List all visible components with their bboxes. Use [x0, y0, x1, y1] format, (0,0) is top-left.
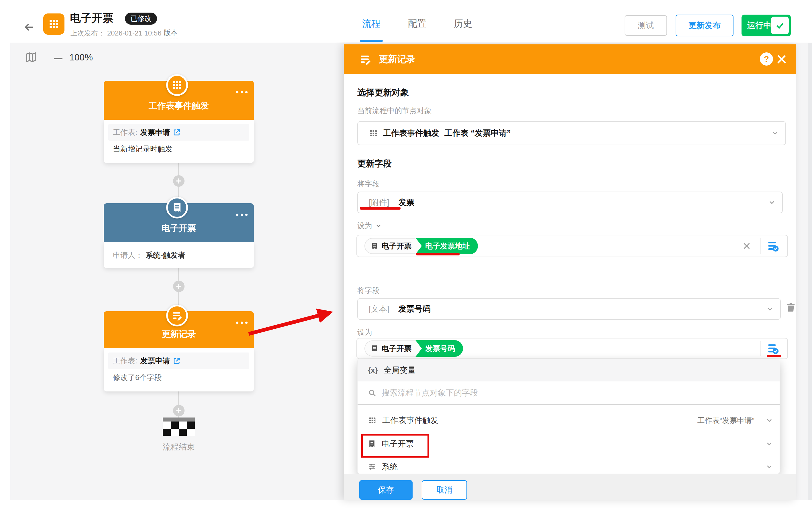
workflow-title: 电子开票 — [70, 11, 113, 26]
chevron-down-icon — [768, 199, 776, 207]
test-button[interactable]: 测试 — [625, 15, 667, 36]
set-as-label: 设为 — [357, 221, 382, 231]
update-fields-heading: 更新字段 — [357, 158, 392, 170]
external-link-icon[interactable] — [173, 128, 181, 136]
annotation-box — [361, 434, 429, 458]
annotation-arrow — [243, 295, 347, 343]
zoom-out-button[interactable] — [54, 58, 62, 59]
select-field-icon[interactable] — [767, 342, 779, 355]
annotation-underline — [416, 253, 460, 255]
field-type: [附件] — [369, 197, 389, 208]
tag-source: 电子开票 — [382, 241, 411, 251]
cancel-button[interactable]: 取消 — [422, 480, 467, 500]
add-node-button[interactable] — [173, 405, 184, 416]
field-label: 将字段 — [357, 285, 380, 296]
toggle-check-icon — [771, 17, 789, 34]
node-title: 电子开票 — [162, 222, 196, 234]
workflow-app-icon — [43, 13, 64, 35]
node-row-label: 申请人： — [113, 250, 143, 260]
search-icon — [368, 389, 376, 397]
flow-end-label: 流程结束 — [150, 442, 207, 452]
grid-icon — [368, 416, 376, 425]
last-publish-label: 上次发布： — [70, 29, 105, 38]
receipt-icon — [371, 242, 378, 250]
object-select[interactable]: 工作表事件触发 工作表 “发票申请” — [357, 121, 786, 145]
close-icon[interactable] — [775, 53, 788, 66]
picker-item-trigger[interactable]: 工作表事件触发 工作表“发票申请” — [357, 410, 780, 431]
node-row-value: 系统-触发者 — [146, 250, 185, 260]
last-publish-time: 2026-01-21 10:56 — [107, 29, 162, 37]
tab-flow[interactable]: 流程 — [360, 6, 383, 42]
annotation-underline — [360, 207, 401, 210]
field-select-attachment[interactable]: [附件] 发票 — [357, 191, 783, 213]
node-update-record[interactable]: 更新记录 工作表: 发票申请 修改了6个字段 — [104, 311, 254, 391]
external-link-icon[interactable] — [173, 357, 181, 365]
chevron-down-icon[interactable] — [765, 463, 773, 471]
tab-config[interactable]: 配置 — [406, 6, 429, 42]
panel-title: 更新记录 — [379, 53, 415, 66]
scrollbar[interactable] — [808, 43, 812, 500]
tab-history[interactable]: 历史 — [452, 6, 474, 42]
grid-icon — [369, 128, 378, 138]
object-label: 当前流程中的节点对象 — [357, 106, 432, 116]
node-title: 工作表事件触发 — [149, 100, 209, 112]
node-menu-button[interactable] — [236, 91, 248, 93]
node-menu-button[interactable] — [236, 214, 248, 216]
global-variables-label: 全局变量 — [384, 365, 416, 376]
node-e-invoice[interactable]: 电子开票 申请人： 系统-触发者 — [104, 203, 254, 268]
section-divider — [357, 270, 788, 270]
panel-footer: 保存 取消 — [344, 474, 796, 500]
tag-field-value[interactable]: 电子发票地址 — [415, 238, 478, 254]
running-toggle[interactable]: 运行中 — [742, 14, 791, 36]
set-value-field-2[interactable]: 电子开票 发票号码 — [356, 338, 788, 359]
field-select-text[interactable]: [文本] 发票号码 — [357, 298, 781, 320]
edit-list-icon — [172, 310, 182, 321]
divider — [760, 238, 761, 254]
global-variable-icon: {x} — [368, 366, 378, 375]
picker-item-label: 工作表事件触发 — [382, 415, 438, 426]
field-search-input[interactable] — [382, 388, 725, 397]
header-tabs: 流程 配置 历史 — [360, 6, 474, 42]
picker-item-system[interactable]: 系统 — [357, 456, 780, 474]
chevron-down-icon[interactable] — [375, 222, 382, 229]
add-node-button[interactable] — [173, 175, 184, 187]
field-picker-popup: {x} 全局变量 工作表事件触发 工作表“发票申请” 电子开票 系统 — [357, 359, 780, 474]
object-detail: 工作表 “发票申请” — [444, 128, 511, 139]
divider — [760, 341, 761, 356]
node-row-value: 发票申请 — [140, 127, 170, 138]
tag-field-value[interactable]: 发票号码 — [415, 340, 463, 357]
publish-button[interactable]: 更新发布 — [676, 14, 733, 36]
node-worksheet-trigger[interactable]: 工作表事件触发 工作表: 发票申请 当新增记录时触发 — [104, 81, 254, 163]
edit-list-icon — [359, 53, 371, 65]
chevron-down-icon[interactable] — [765, 440, 773, 448]
field-search-row — [357, 382, 780, 405]
select-object-heading: 选择更新对象 — [357, 87, 409, 98]
clear-icon[interactable] — [742, 241, 751, 250]
help-icon[interactable]: ? — [760, 52, 773, 66]
set-as-label: 设为 — [357, 327, 372, 337]
update-node-icon — [166, 305, 188, 326]
node-row-label: 工作表: — [113, 356, 137, 366]
tag-source-pill[interactable]: 电子开票 — [365, 238, 423, 254]
tag-source-pill[interactable]: 电子开票 — [365, 340, 423, 357]
chevron-down-icon[interactable] — [765, 416, 773, 424]
field-name: 发票 — [399, 197, 414, 208]
running-label: 运行中 — [747, 20, 771, 31]
select-field-icon[interactable] — [767, 240, 779, 252]
chevron-down-icon — [766, 305, 774, 313]
minimap-icon[interactable] — [25, 52, 37, 63]
global-variables-item[interactable]: {x} 全局变量 — [357, 359, 780, 382]
annotation-underline — [767, 355, 781, 357]
node-row-value: 发票申请 — [140, 356, 170, 366]
node-row-text: 当新增记录时触发 — [113, 144, 173, 154]
version-link[interactable]: 版本 — [164, 28, 178, 38]
save-button[interactable]: 保存 — [359, 480, 413, 500]
back-button[interactable] — [23, 21, 35, 33]
delete-field-icon[interactable] — [785, 302, 796, 313]
workflow-app: 100% 工作表事件触发 工作表: 发票申请 当新增记录时触发 — [0, 0, 812, 512]
panel-header: 更新记录 ? — [344, 44, 796, 74]
receipt-icon — [371, 345, 378, 352]
receipt-icon — [172, 202, 182, 213]
invoice-node-icon — [166, 197, 188, 218]
add-node-button[interactable] — [173, 281, 184, 292]
